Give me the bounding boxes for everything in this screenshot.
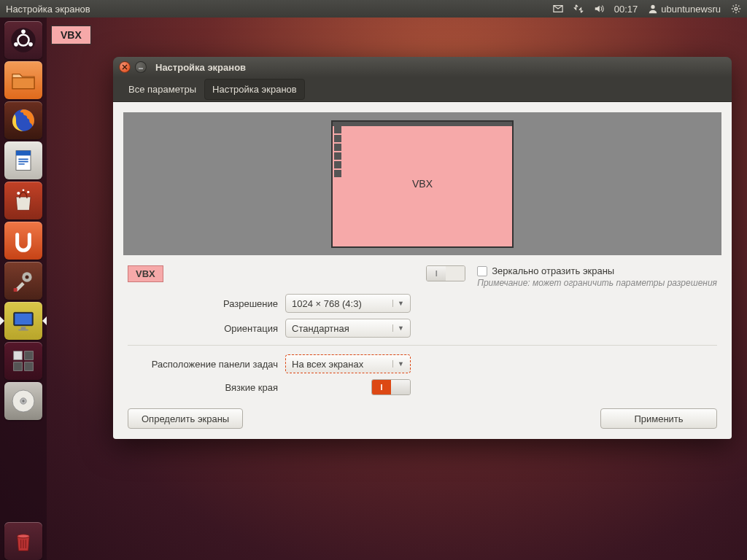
- chevron-down-icon: ▼: [392, 324, 404, 332]
- breadcrumb-all-settings[interactable]: Все параметры: [120, 79, 204, 100]
- ubuntu-logo-icon: [9, 26, 38, 55]
- launcher-files[interactable]: [4, 61, 42, 99]
- trash-icon: [9, 526, 38, 556]
- orientation-value: Стандартная: [292, 323, 349, 334]
- checkbox-icon: [477, 266, 487, 276]
- user-indicator[interactable]: ubuntunewsru: [648, 4, 721, 15]
- switch-knob-on: I: [372, 380, 391, 394]
- launcher-firefox[interactable]: [4, 101, 42, 139]
- chevron-down-icon: ▼: [392, 300, 404, 307]
- svg-point-28: [18, 534, 30, 538]
- launcher-trash[interactable]: [4, 522, 42, 560]
- resolution-select[interactable]: 747 × 560 (4:3) ▼: [285, 294, 411, 313]
- switch-knob: I: [427, 266, 446, 281]
- preview-launcher: [334, 126, 343, 245]
- launcher-disc[interactable]: [4, 382, 42, 420]
- displays-window: Настройка экранов Все параметры Настройк…: [113, 57, 732, 439]
- launcher-displays[interactable]: [4, 302, 42, 340]
- wrench-gear-icon: [9, 266, 38, 295]
- chevron-down-icon: ▼: [392, 360, 404, 368]
- detect-displays-button[interactable]: Определить экраны: [128, 408, 243, 429]
- svg-point-15: [26, 276, 29, 279]
- selected-display-badge: VBX: [128, 265, 163, 282]
- launcher-software-center[interactable]: [4, 182, 42, 219]
- breadcrumb: Все параметры Настройка экранов: [113, 77, 732, 102]
- launcher-placement-value: На всех экранах: [292, 359, 363, 370]
- mirror-displays-checkbox[interactable]: Зеркально отразить экраны: [477, 265, 717, 276]
- mail-icon: [553, 4, 563, 14]
- volume-icon: [594, 4, 604, 14]
- resolution-value: 747 × 560 (4:3): [292, 298, 362, 309]
- sticky-edges-switch[interactable]: I: [371, 379, 411, 395]
- active-app-title: Настройка экранов: [6, 4, 553, 15]
- clock-text: 00:17: [614, 4, 638, 15]
- gear-icon: [731, 4, 741, 14]
- svg-point-5: [14, 42, 18, 47]
- svg-point-27: [22, 400, 24, 402]
- preview-monitor[interactable]: VBX: [331, 120, 514, 248]
- svg-point-12: [27, 191, 29, 193]
- close-icon: [122, 64, 128, 70]
- mirror-label: Зеркально отразить экраны: [492, 265, 614, 276]
- divider: [128, 345, 717, 346]
- display-icon: [9, 306, 38, 335]
- network-indicator[interactable]: [573, 4, 584, 14]
- document-icon: [9, 146, 38, 175]
- mail-indicator[interactable]: [553, 4, 563, 14]
- system-indicator[interactable]: [731, 4, 741, 14]
- svg-rect-22: [25, 351, 34, 360]
- folder-icon: [9, 66, 38, 95]
- svg-point-13: [23, 189, 25, 191]
- window-minimize-button[interactable]: [135, 61, 147, 73]
- svg-rect-20: [18, 330, 28, 331]
- sticky-edges-label: Вязкие края: [128, 382, 285, 393]
- firefox-icon: [9, 106, 38, 135]
- launcher-placement-select[interactable]: На всех экранах ▼: [285, 354, 411, 373]
- orientation-label: Ориентация: [128, 323, 285, 334]
- launcher-dash[interactable]: [4, 21, 42, 59]
- svg-rect-24: [25, 362, 34, 371]
- svg-rect-19: [21, 327, 26, 329]
- svg-point-4: [21, 30, 26, 34]
- preview-topbar: [333, 122, 512, 126]
- minimize-icon: [138, 64, 144, 70]
- workspaces-icon: [9, 346, 38, 376]
- launcher-workspace-switcher[interactable]: [4, 342, 42, 380]
- svg-rect-16: [14, 288, 18, 292]
- window-titlebar[interactable]: Настройка экранов: [113, 57, 732, 77]
- desktop-display-badge: VBX: [51, 26, 91, 44]
- orientation-select[interactable]: Стандартная ▼: [285, 319, 411, 338]
- svg-rect-10: [16, 151, 31, 156]
- launcher-writer[interactable]: [4, 141, 42, 179]
- unity-launcher: [0, 18, 47, 560]
- display-enable-switch[interactable]: I: [426, 265, 465, 281]
- user-icon: [648, 4, 658, 14]
- apply-button[interactable]: Применить: [600, 408, 717, 429]
- sound-indicator[interactable]: [594, 4, 604, 14]
- svg-point-1: [735, 7, 738, 10]
- svg-rect-21: [14, 351, 23, 360]
- resolution-label: Разрешение: [128, 298, 285, 309]
- svg-point-0: [651, 5, 655, 9]
- svg-point-11: [17, 192, 20, 195]
- svg-point-6: [28, 42, 33, 47]
- svg-rect-18: [15, 314, 31, 324]
- preview-monitor-label: VBX: [412, 178, 433, 190]
- mirror-note: Примечание: может ограничить параметры р…: [477, 278, 717, 288]
- disc-icon: [9, 386, 38, 416]
- ubuntu-one-icon: [9, 226, 38, 255]
- breadcrumb-current: Настройка экранов: [204, 79, 305, 100]
- network-icon: [573, 4, 584, 14]
- window-title: Настройка экранов: [155, 62, 246, 73]
- clock-indicator[interactable]: 00:17: [614, 4, 638, 15]
- top-panel: Настройка экранов 00:17 ubuntunewsru: [0, 0, 747, 18]
- shopping-bag-icon: [9, 186, 38, 215]
- svg-rect-23: [14, 362, 23, 371]
- svg-rect-7: [12, 78, 34, 89]
- window-close-button[interactable]: [119, 61, 131, 73]
- launcher-ubuntu-one[interactable]: [4, 222, 42, 260]
- username: ubuntunewsru: [661, 4, 721, 15]
- launcher-settings[interactable]: [4, 262, 42, 300]
- display-preview-area[interactable]: VBX: [123, 112, 721, 255]
- launcher-placement-label: Расположение панели задач: [128, 359, 285, 370]
